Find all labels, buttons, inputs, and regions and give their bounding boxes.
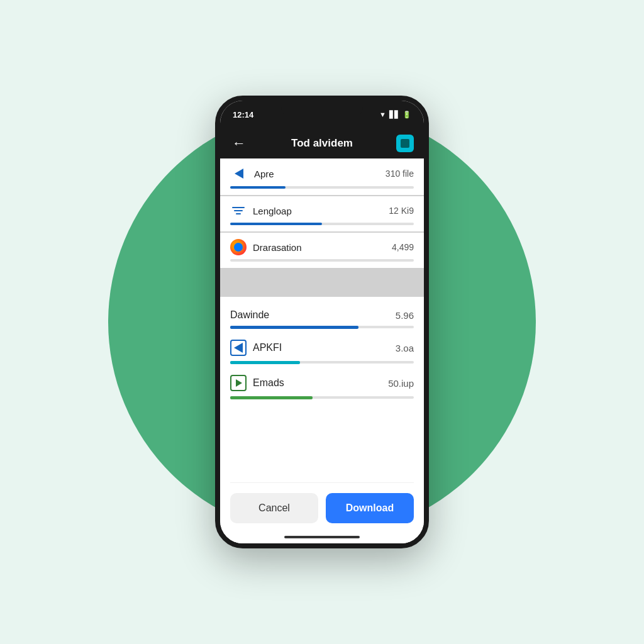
- progress-bar-bg: [230, 361, 414, 364]
- home-bar: [284, 536, 360, 538]
- home-indicator: [230, 531, 414, 543]
- progress-bar-fill: [230, 186, 286, 189]
- phone-mockup: 12:14 ▼ ▋▋ 🔋 ← Tod alvidem: [215, 96, 429, 548]
- status-bar: 12:14 ▼ ▋▋ 🔋: [220, 101, 424, 128]
- bottom-item-name: Emads: [253, 377, 284, 389]
- cyan-inner-icon: [401, 139, 409, 148]
- header-action-icon[interactable]: [396, 135, 414, 152]
- firefox-icon: [230, 239, 247, 255]
- wifi-icon: ▼: [379, 111, 386, 118]
- phone-content: Apre 310 file: [220, 158, 424, 543]
- back-arrow-icon: ←: [232, 135, 246, 152]
- bottom-list: Dawinde 5.96: [230, 309, 414, 477]
- list-item[interactable]: Lengloap 12 Ki9: [220, 196, 424, 231]
- progress-bar-fill: [230, 326, 358, 329]
- app-header: ← Tod alvidem: [220, 128, 424, 158]
- item-name: Drarasation: [253, 242, 302, 253]
- bottom-item-row: Dawinde 5.96: [230, 309, 414, 321]
- apkfi-icon: [230, 340, 247, 356]
- triangle-left-icon: [235, 169, 243, 179]
- bottom-item-value: 3.oa: [396, 343, 414, 353]
- item-name: Apre: [254, 169, 274, 179]
- list-item-row: Drarasation 4,499: [230, 239, 414, 255]
- bottom-item-left: APKFI: [230, 340, 282, 356]
- item-size: 12 Ki9: [389, 206, 414, 216]
- upper-list: Apre 310 file: [220, 158, 424, 297]
- battery-icon: 🔋: [402, 111, 411, 119]
- button-row: Cancel Download: [230, 482, 414, 531]
- list-item-row: Apre 310 file: [230, 165, 414, 182]
- item-size: 310 file: [386, 169, 414, 179]
- bottom-item-row: Emads 50.iup: [230, 375, 414, 391]
- list-item-left: Drarasation: [230, 239, 302, 255]
- bottom-item[interactable]: Dawinde 5.96: [230, 309, 414, 328]
- signal-icon: ▋▋: [389, 111, 399, 119]
- list-item-row: Lengloap 12 Ki9: [230, 203, 414, 219]
- progress-bar-fill: [230, 361, 300, 364]
- bottom-item[interactable]: APKFI 3.oa: [230, 340, 414, 364]
- bottom-item-value: 5.96: [396, 310, 414, 321]
- bottom-item[interactable]: Emads 50.iup: [230, 375, 414, 399]
- play-icon: [230, 375, 247, 391]
- phone-body: 12:14 ▼ ▋▋ 🔋 ← Tod alvidem: [215, 96, 429, 548]
- bottom-item-name: APKFI: [253, 342, 282, 353]
- download-button[interactable]: Download: [326, 493, 414, 523]
- apkfi-tri-icon: [234, 343, 243, 353]
- bottom-item-left: Dawinde: [230, 309, 269, 321]
- progress-bar-bg: [230, 396, 414, 399]
- bottom-sheet: Dawinde 5.96: [220, 297, 424, 543]
- firefox-inner: [234, 243, 243, 252]
- filter-line-1: [232, 207, 245, 208]
- filter-icon: [230, 203, 247, 219]
- filter-line-3: [236, 213, 241, 214]
- progress-bar-bg: [230, 223, 414, 225]
- list-item[interactable]: Drarasation 4,499: [220, 233, 424, 268]
- time-display: 12:14: [233, 110, 253, 119]
- bottom-item-row: APKFI 3.oa: [230, 340, 414, 356]
- progress-bar-bg: [230, 326, 414, 328]
- list-item-left: Apre: [230, 165, 274, 182]
- notch: [281, 101, 363, 118]
- bottom-item-name: Dawinde: [230, 309, 269, 321]
- filter-line-2: [234, 210, 243, 211]
- item-name: Lengloap: [253, 206, 292, 216]
- progress-bar-fill: [230, 223, 322, 225]
- cancel-button[interactable]: Cancel: [230, 493, 318, 523]
- page-title: Tod alvidem: [291, 137, 353, 150]
- item-icon-tri: [230, 165, 248, 182]
- bottom-item-value: 50.iup: [388, 378, 414, 389]
- list-item-left: Lengloap: [230, 203, 292, 219]
- progress-bar-bg: [230, 259, 414, 262]
- item-size: 4,499: [392, 242, 414, 252]
- list-item[interactable]: Apre 310 file: [220, 158, 424, 195]
- back-button[interactable]: ←: [230, 135, 248, 152]
- play-triangle-icon: [236, 379, 242, 387]
- bottom-item-left: Emads: [230, 375, 284, 391]
- status-icons: ▼ ▋▋ 🔋: [379, 111, 411, 119]
- progress-bar-fill: [230, 396, 313, 399]
- progress-bar-bg: [230, 186, 414, 189]
